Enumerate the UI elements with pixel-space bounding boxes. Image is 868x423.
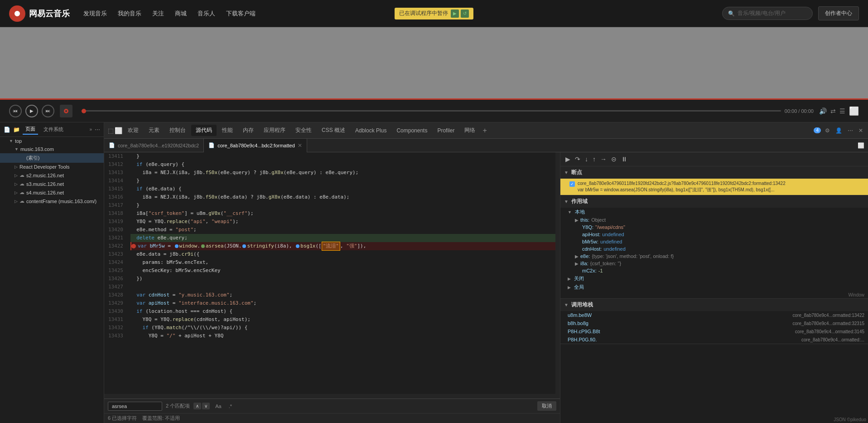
scope-header-local[interactable]: ▼ 本地 — [560, 208, 868, 216]
match-case-btn[interactable]: Aa — [213, 403, 223, 410]
tab-adblock[interactable]: Adblock Plus — [351, 126, 391, 136]
tab-page[interactable]: 页面 — [23, 124, 38, 135]
cs-item-2[interactable]: b8h.bo8g core_8ab780e9c4...ormatted:3231… — [560, 319, 868, 327]
code-line: if (Y8Q.match(/^\\/(\\/we)?api/)) { — [130, 324, 555, 332]
tab-performance[interactable]: 性能 — [217, 125, 237, 136]
nav-musician[interactable]: 音乐人 — [198, 10, 215, 18]
step-into-btn[interactable]: ↓ — [583, 154, 589, 164]
editor-tab-1[interactable]: 📄 core_8ab780e9c4...e1920fd242bdc2 — [104, 139, 204, 152]
tab-application[interactable]: 应用程序 — [259, 125, 290, 136]
search-next-btn[interactable]: ∨ — [202, 403, 210, 409]
tab-console[interactable]: 控制台 — [165, 125, 190, 136]
tab-security[interactable]: 安全性 — [291, 125, 316, 136]
scope-key-apihost: apiHost: — [582, 232, 600, 237]
search-input[interactable] — [108, 402, 162, 411]
scope-e8e[interactable]: ▶ e8e: {type: 'json', method: 'post', on… — [560, 253, 868, 260]
tab-css[interactable]: CSS 概述 — [317, 125, 350, 136]
code-line-highlighted: delete e8e.query; — [130, 234, 555, 242]
expand-btn[interactable]: » — [89, 127, 92, 132]
repeat-icon[interactable]: ☰ — [839, 107, 845, 115]
breakpoints-header[interactable]: ▼ 断点 — [560, 166, 868, 179]
callstack-header[interactable]: ▼ 调用堆栈 — [560, 299, 868, 311]
cs-item-4[interactable]: P8H.P0G.fi0. core_8ab780e9c4...ormatted:… — [560, 335, 868, 344]
scope-header[interactable]: ▼ 作用域 — [560, 195, 868, 208]
nav-mymusic[interactable]: 我的音乐 — [118, 10, 141, 18]
search-placeholder: 音乐/视频/电台/用户 — [738, 10, 786, 17]
next-btn[interactable]: ⏭ — [42, 105, 54, 117]
dont-pause-btn[interactable]: ⏸ — [620, 154, 629, 164]
add-tab-btn[interactable]: + — [482, 126, 487, 135]
progress-dot — [82, 109, 86, 113]
tab-memory[interactable]: 内存 — [238, 125, 258, 136]
dbg-toolbar: ▶ ↷ ↓ ↑ → ⊝ ⏸ — [560, 152, 868, 166]
horizontal-scrollbar[interactable] — [104, 394, 560, 399]
tree-s2[interactable]: ▷ ☁ s2.music.126.net — [0, 171, 104, 180]
tree-top[interactable]: ▼ top — [0, 137, 104, 145]
settings-icon[interactable]: ⚙ — [824, 126, 831, 135]
scope-val-i8a: {csrf_token: ''} — [590, 261, 621, 266]
new-file-icon[interactable]: 📄 — [4, 126, 10, 133]
scope-key-bmr5w: bMr5w: — [582, 239, 598, 244]
tab-welcome[interactable]: 欢迎 — [123, 125, 143, 136]
tab-profiler[interactable]: Profiler — [433, 126, 459, 136]
window-label: Window — [848, 292, 864, 297]
step-out-btn[interactable]: ↑ — [591, 154, 597, 164]
scope-mc2x: mC2x: -1 — [560, 267, 868, 274]
new-folder-icon[interactable]: 📁 — [13, 126, 20, 133]
shuffle-icon[interactable]: ⇄ — [830, 107, 836, 115]
maximize-btn[interactable]: ⬜ — [854, 141, 868, 151]
tree-contentframe[interactable]: ▷ ☁ contentFrame (music.163.com/) — [0, 197, 104, 205]
vertical-scrollbar[interactable] — [555, 152, 560, 394]
chevron-down-icon: ▼ — [9, 139, 13, 143]
cs-item-1[interactable]: u8m.be8W core_8ab780e9c4...ormatted:1342… — [560, 311, 868, 319]
play-btn[interactable]: ▶ — [25, 105, 38, 117]
prev-btn[interactable]: ⏮ — [9, 105, 22, 117]
search-cancel-btn[interactable]: 取消 — [537, 401, 556, 411]
tab-elements[interactable]: 元素 — [144, 125, 164, 136]
scope-global[interactable]: ▶ 全局 — [560, 283, 868, 292]
select-icon[interactable]: ⬜ — [115, 127, 122, 134]
search-prev-btn[interactable]: ∧ — [193, 403, 201, 409]
nav-follow[interactable]: 关注 — [152, 10, 164, 18]
scope-i8a[interactable]: ▶ i8a: {csrf_token: ''} — [560, 260, 868, 267]
tree-index[interactable]: (索引) — [0, 153, 104, 163]
tree-react-devtools[interactable]: ▷ React Developer Tools — [0, 163, 104, 171]
profile-icon[interactable]: 👤 — [834, 126, 844, 135]
step-over-btn[interactable]: ↷ — [574, 154, 582, 164]
gray-area — [0, 27, 868, 100]
cs-func-2: b8h.bo8g — [568, 321, 588, 326]
inspect-icon[interactable]: ⬚ — [108, 127, 114, 134]
tab-sources[interactable]: 源代码 — [191, 125, 217, 136]
tree-s3[interactable]: ▷ ☁ s3.music.126.net — [0, 180, 104, 188]
scope-val-e8e: {type: 'json', method: 'post', onload: f… — [592, 253, 674, 259]
resume-debugger-btn[interactable]: ▶ — [564, 154, 572, 164]
creator-btn[interactable]: 创作者中心 — [818, 6, 859, 20]
step-btn[interactable]: → — [599, 154, 608, 164]
nav-shop[interactable]: 商城 — [175, 10, 187, 18]
close-icon[interactable]: ✕ — [857, 126, 864, 135]
nav-discover[interactable]: 发现音乐 — [83, 10, 107, 18]
tab-filesystem[interactable]: 文件系统 — [41, 125, 66, 134]
editor-tab-2[interactable]: 📄 core_8ab780e9c4...bdc2:formatted ✕ — [204, 139, 307, 152]
tab-close-btn[interactable]: ✕ — [298, 142, 302, 149]
volume-icon[interactable]: 🔊 — [819, 107, 827, 115]
more-icon[interactable]: ⋯ — [95, 126, 100, 133]
deactivate-bp-btn[interactable]: ⊝ — [610, 154, 618, 164]
tree-s4[interactable]: ▷ ☁ s4.music.126.net — [0, 188, 104, 197]
cs-item-3[interactable]: P8H.cP9G.B8t core_8ab780e9c4...ormatted:… — [560, 327, 868, 335]
search-box[interactable]: 🔍 音乐/视频/电台/用户 — [722, 7, 813, 20]
expand-icon[interactable]: ⬜ — [849, 106, 859, 116]
reload-btn[interactable]: ↺ — [461, 10, 469, 18]
scope-this[interactable]: ▶ this: Object — [560, 216, 868, 224]
tab-components[interactable]: Components — [392, 126, 432, 136]
tree-music163[interactable]: ▼ music.163.com — [0, 145, 104, 153]
scope-closed[interactable]: ▶ 关闭 — [560, 274, 868, 283]
scope-val-y8q: "/weapi/cdns" — [595, 224, 625, 230]
tab-network[interactable]: 网络 — [460, 125, 480, 136]
progress-bar[interactable] — [82, 110, 781, 112]
more-icon[interactable]: ⋯ — [846, 126, 854, 135]
regex-btn[interactable]: .* — [227, 403, 234, 410]
nav-download[interactable]: 下载客户端 — [226, 10, 256, 18]
resume-btn[interactable]: ▶ — [451, 10, 459, 18]
bp-checkbox[interactable]: ✓ — [569, 181, 575, 187]
